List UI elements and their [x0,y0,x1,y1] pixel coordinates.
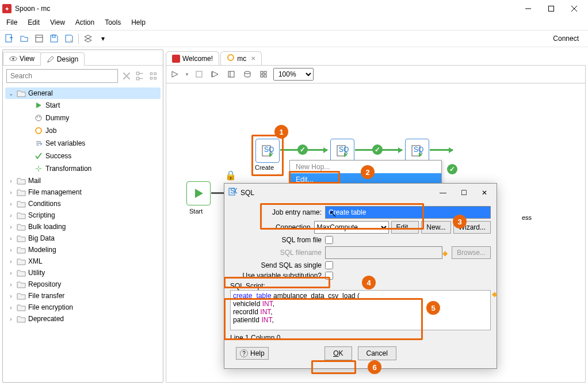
node-sql-2[interactable]: SQL [330,139,354,163]
svg-rect-20 [154,77,156,79]
tree-deprecated[interactable]: ›Deprecated [5,313,161,325]
collapse-icon[interactable]: ⌄ [7,90,14,97]
tree-success[interactable]: Success [5,150,161,162]
tree-general[interactable]: ⌄ General [5,87,161,99]
expand-icon[interactable]: › [7,304,14,311]
run-icon[interactable] [169,68,181,81]
tree-scripting[interactable]: ›Scripting [5,209,161,221]
search-input[interactable] [6,69,118,83]
dialog-minimize-button[interactable]: — [434,189,452,197]
save-icon[interactable] [48,33,60,44]
tree-xml[interactable]: ›XML [5,256,161,267]
stop-icon[interactable] [193,68,205,81]
window-close-button[interactable] [563,1,586,17]
expand-icon[interactable]: › [7,270,14,276]
menu-edit[interactable]: Edit [24,17,44,30]
menu-action[interactable]: Action [71,17,98,30]
tree-mail[interactable]: ›Mail [5,175,161,186]
window-minimize-button[interactable] [517,1,540,17]
menu-help[interactable]: Help [127,17,150,30]
tree-bigdata[interactable]: ›Big Data [5,232,161,244]
node-start[interactable] [186,181,211,205]
folder-icon [17,315,26,323]
explore-icon[interactable] [33,33,45,44]
job-entry-name-input[interactable] [325,206,491,219]
tab-view[interactable]: View [3,52,41,65]
expand-icon[interactable]: › [7,178,14,184]
dialog-close-button[interactable]: ✕ [476,189,493,197]
tab-welcome[interactable]: Welcome! [166,51,219,65]
sql-from-file-label: SQL from file [230,236,325,244]
window-maximize-button[interactable] [540,1,563,17]
svg-point-22 [37,116,38,117]
run-dropdown-icon[interactable]: ▼ [185,72,189,77]
expand-icon[interactable]: › [7,293,14,299]
expand-icon[interactable]: › [7,258,14,265]
tree-job[interactable]: Job [5,124,161,137]
expand-icon[interactable]: › [7,212,14,219]
save-as-icon[interactable] [63,33,75,44]
tree-start[interactable]: Start [5,99,161,112]
preview-icon[interactable] [225,68,238,81]
tree-filemgmt[interactable]: ›File management [5,186,161,198]
perspective-icon[interactable] [82,33,94,44]
sql-from-file-checkbox[interactable] [325,236,333,244]
annotation-1: 1 [274,125,288,139]
expand-icon[interactable]: › [7,316,14,322]
tree-bulk[interactable]: ›Bulk loading [5,221,161,232]
wizard-button[interactable]: Wizard... [453,221,491,234]
new-connection-button[interactable]: New... [421,221,450,234]
variable-icon: ◆ [442,249,449,256]
cancel-button[interactable]: Cancel [358,346,396,360]
tree-transformation[interactable]: Transformation [5,162,161,175]
sql-filename-input[interactable] [325,246,442,259]
tree-fileenc[interactable]: ›File encryption [5,302,161,313]
hop-arrow[interactable] [430,149,453,151]
node-sql-3[interactable]: SQL [405,139,429,163]
tab-mc[interactable]: mc ✕ [220,51,262,65]
tree-conditions[interactable]: ›Conditions [5,198,161,209]
tree-modeling[interactable]: ›Modeling [5,244,161,256]
menu-file[interactable]: File [2,17,21,30]
edit-connection-button[interactable]: Edit... [391,221,419,234]
clear-search-icon[interactable] [121,71,132,81]
sql-script-textarea[interactable]: create table ambulance_data_csv_load ( v… [230,290,491,330]
expand-icon[interactable]: › [7,224,14,230]
use-var-checkbox[interactable] [325,272,333,280]
db-icon[interactable] [241,68,254,81]
node-create[interactable]: SQL [255,139,280,163]
job-canvas[interactable]: 🔒 Start SQL Create ✓ SQL ✓ SQL ✓ ess [166,83,586,383]
menu-view[interactable]: View [46,17,69,30]
close-tab-icon[interactable]: ✕ [251,55,255,62]
zoom-select[interactable]: 100% [273,68,314,81]
expand-icon[interactable]: › [7,189,14,196]
tab-design[interactable]: Design [40,52,85,66]
connection-select[interactable]: MaxCompute [314,221,389,234]
tree-repository[interactable]: ›Repository [5,279,161,290]
main-toolbar: + ▾ Connect [0,30,588,47]
help-button[interactable]: ?Help [236,347,269,360]
tree-utility[interactable]: ›Utility [5,267,161,279]
tree-filetransfer[interactable]: ›File transfer [5,290,161,302]
open-icon[interactable] [18,33,30,44]
new-file-icon[interactable]: + [3,33,15,44]
collapse-all-icon[interactable] [149,71,159,81]
menu-tools[interactable]: Tools [101,17,125,30]
send-single-checkbox[interactable] [325,261,333,269]
grid-icon[interactable] [257,68,270,81]
expand-icon[interactable]: › [7,201,14,207]
connect-link[interactable]: Connect [553,35,579,43]
ctx-new-hop[interactable]: New Hop... [290,161,441,173]
ok-button[interactable]: OK [324,346,352,360]
tree-dummy[interactable]: Dummy [5,112,161,124]
expand-icon[interactable]: › [7,281,14,288]
connection-label: Connection [230,223,314,231]
expand-icon[interactable]: › [7,247,14,253]
tree-setvars[interactable]: Set variables [5,137,161,150]
dialog-maximize-button[interactable]: ☐ [455,189,472,197]
browse-button[interactable]: Browse... [452,246,491,259]
replay-icon[interactable] [209,68,222,81]
perspective-dropdown-icon[interactable]: ▾ [97,33,109,44]
expand-all-icon[interactable] [135,71,146,81]
expand-icon[interactable]: › [7,235,14,242]
